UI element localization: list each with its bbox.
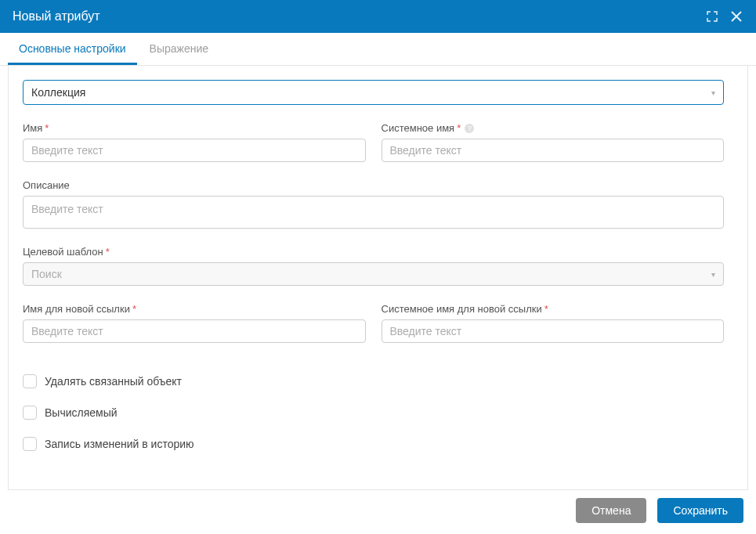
delete-related-checkbox[interactable] [23, 374, 37, 388]
sysname-input[interactable] [382, 139, 725, 162]
new-attribute-modal: Новый атрибут Основные настройки Выражен… [0, 0, 756, 534]
tab-main-settings[interactable]: Основные настройки [8, 33, 137, 65]
attribute-type-value: Коллекция [31, 86, 711, 99]
modal-footer: Отмена Сохранить [0, 498, 756, 534]
tabs: Основные настройки Выражение [0, 33, 756, 66]
description-input[interactable] [23, 196, 724, 229]
chevron-down-icon: ▾ [711, 88, 715, 97]
linkname-input[interactable] [23, 319, 366, 343]
description-label: Описание [23, 179, 724, 191]
computed-checkbox[interactable] [23, 406, 37, 420]
modal-header: Новый атрибут [0, 0, 756, 33]
maximize-icon[interactable] [706, 10, 718, 23]
computed-label: Вычисляемый [45, 406, 118, 419]
name-label: Имя* [23, 122, 366, 134]
name-input[interactable] [23, 139, 366, 162]
target-template-placeholder: Поиск [31, 268, 711, 280]
content-wrap: Коллекция ▾ Имя* Системное имя*? [0, 66, 756, 498]
linkname-label: Имя для новой ссылки* [23, 303, 366, 315]
cancel-button[interactable]: Отмена [576, 498, 646, 523]
audit-checkbox[interactable] [23, 437, 37, 451]
audit-label: Запись изменений в историю [45, 438, 194, 450]
close-icon[interactable] [729, 9, 743, 23]
delete-related-label: Удалять связанный объект [45, 375, 182, 388]
help-icon[interactable]: ? [465, 124, 474, 133]
linksys-label: Системное имя для новой ссылки* [382, 303, 725, 315]
chevron-down-icon: ▾ [711, 270, 715, 279]
sysname-label: Системное имя*? [382, 122, 725, 134]
attribute-type-select[interactable]: Коллекция ▾ [23, 80, 724, 105]
modal-title: Новый атрибут [13, 9, 706, 23]
form-content: Коллекция ▾ Имя* Системное имя*? [8, 66, 748, 490]
save-button[interactable]: Сохранить [657, 498, 743, 523]
linksys-input[interactable] [382, 319, 725, 343]
tab-expression[interactable]: Выражение [139, 33, 219, 65]
target-template-select[interactable]: Поиск ▾ [23, 262, 724, 286]
header-controls [706, 9, 743, 23]
target-template-label: Целевой шаблон* [23, 246, 724, 258]
